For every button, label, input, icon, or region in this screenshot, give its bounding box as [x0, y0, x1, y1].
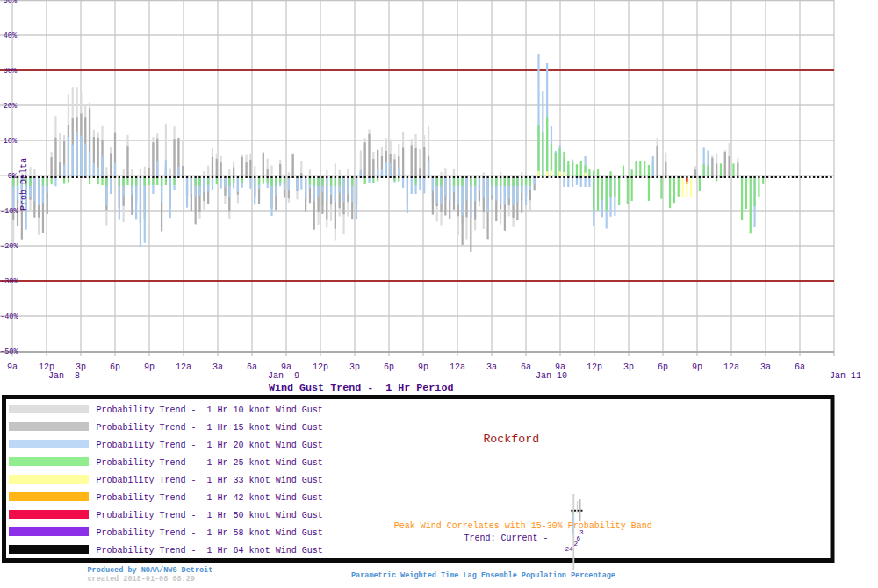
svg-text:2: 2 — [574, 541, 579, 548]
svg-text:10%: 10% — [4, 137, 18, 146]
svg-text:9p: 9p — [418, 362, 428, 372]
svg-text:12p: 12p — [313, 362, 328, 372]
svg-text:9p: 9p — [692, 362, 702, 372]
svg-text:40%: 40% — [4, 32, 18, 40]
svg-text:12a: 12a — [450, 362, 465, 372]
svg-text:-10%: -10% — [0, 207, 18, 216]
svg-text:6a: 6a — [247, 362, 257, 372]
svg-text:Probability Trend - 1 Hr 50 k: Probability Trend - 1 Hr 50 knot Wind Gu… — [97, 511, 323, 520]
svg-text:3a: 3a — [760, 362, 771, 372]
svg-text:-30%: -30% — [0, 277, 18, 286]
svg-text:20%: 20% — [4, 102, 18, 111]
svg-text:Probability Trend - 1 Hr 58 k: Probability Trend - 1 Hr 58 knot Wind Gu… — [97, 528, 323, 538]
svg-text:30%: 30% — [4, 67, 18, 75]
svg-text:6p: 6p — [384, 362, 394, 372]
svg-text:Probability Trend - 1 Hr 10 k: Probability Trend - 1 Hr 10 knot Wind Gu… — [97, 405, 323, 415]
svg-text:9p: 9p — [144, 362, 155, 372]
svg-text:Parametric Weighted Time Lag E: Parametric Weighted Time Lag Ensemble Po… — [351, 571, 615, 580]
svg-text:Jan 8: Jan 8 — [48, 371, 80, 381]
svg-text:Probability Trend - 1 Hr 20 k: Probability Trend - 1 Hr 20 knot Wind Gu… — [97, 441, 323, 450]
svg-text:0%: 0% — [8, 172, 18, 181]
svg-text:-50%: -50% — [0, 348, 18, 356]
svg-text:Peak Wind Correlates with 15-3: Peak Wind Correlates with 15-30% Probabi… — [394, 521, 652, 531]
svg-text:12a: 12a — [723, 362, 739, 372]
svg-text:Probability Trend - 1 Hr 42 k: Probability Trend - 1 Hr 42 knot Wind Gu… — [97, 493, 323, 503]
svg-text:3p: 3p — [623, 362, 634, 372]
svg-text:-20%: -20% — [0, 242, 18, 251]
svg-text:Probability Trend - 1 Hr 15 k: Probability Trend - 1 Hr 15 knot Wind Gu… — [97, 423, 323, 433]
svg-text:3a: 3a — [212, 362, 223, 372]
svg-text:Produced by NOAA/NWS Detroit: Produced by NOAA/NWS Detroit — [88, 566, 213, 575]
svg-text:Prob Delta: Prob Delta — [19, 158, 29, 211]
svg-text:24: 24 — [565, 546, 574, 553]
svg-text:Jan 11: Jan 11 — [830, 371, 861, 381]
svg-text:9a: 9a — [7, 362, 18, 372]
svg-text:created 2018-01-08 08:29: created 2018-01-08 08:29 — [88, 575, 195, 584]
svg-text:12p: 12p — [587, 362, 602, 372]
svg-text:Jan 9: Jan 9 — [268, 371, 299, 381]
svg-text:12a: 12a — [176, 362, 191, 372]
svg-text:Jan 10: Jan 10 — [536, 371, 567, 381]
svg-text:Probability Trend - 1 Hr 25 k: Probability Trend - 1 Hr 25 knot Wind Gu… — [97, 458, 323, 468]
svg-text:Rockford: Rockford — [483, 433, 539, 446]
svg-text:6a: 6a — [795, 362, 805, 372]
svg-text:Probability Trend - 1 Hr 64 k: Probability Trend - 1 Hr 64 knot Wind Gu… — [97, 546, 323, 556]
svg-text:Probability Trend - 1 Hr 33 k: Probability Trend - 1 Hr 33 knot Wind Gu… — [97, 476, 323, 485]
svg-text:-40%: -40% — [0, 312, 18, 321]
svg-text:3p: 3p — [349, 362, 360, 372]
svg-text:Wind Gust Trend - 1 Hr Period: Wind Gust Trend - 1 Hr Period — [269, 382, 453, 394]
svg-text:50%: 50% — [4, 0, 18, 5]
svg-text:6p: 6p — [110, 362, 120, 372]
svg-text:6p: 6p — [658, 362, 668, 372]
svg-text:Trend: Current -: Trend: Current - — [464, 534, 549, 543]
svg-text:6a: 6a — [521, 362, 531, 372]
svg-text:3a: 3a — [486, 362, 497, 372]
